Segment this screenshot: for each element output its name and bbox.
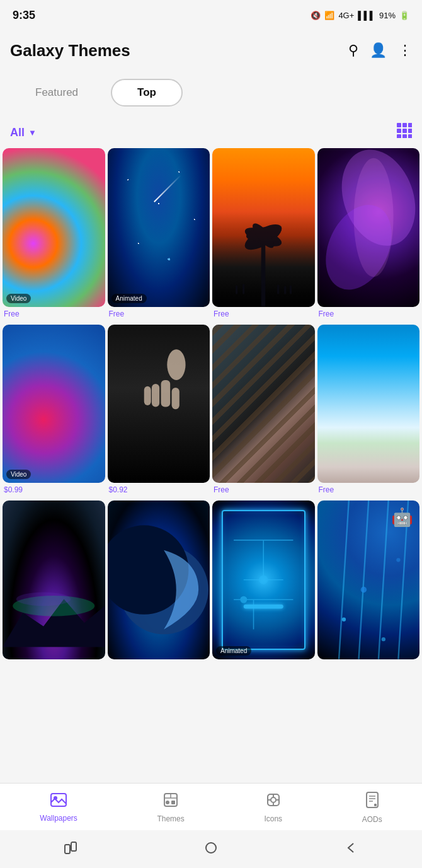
svg-rect-61 [374,804,377,806]
theme-price-2: Free [108,307,126,322]
theme-thumb-6[interactable] [108,325,210,483]
theme-item-3[interactable]: Free [212,148,315,322]
theme-thumb-11[interactable]: Animated [212,501,315,659]
theme-price-9 [3,659,5,666]
svg-line-42 [339,501,349,659]
grid-view-icon[interactable] [397,123,412,142]
network-icon: 4G+ [338,11,354,20]
recent-apps-button[interactable] [64,841,77,858]
signal-bars-icon: ▌▌▌ [358,11,375,20]
svg-rect-17 [284,287,286,294]
svg-rect-63 [71,842,76,851]
theme-item-6[interactable]: $0.92 [108,325,210,499]
svg-rect-6 [397,134,401,138]
svg-rect-15 [242,284,244,294]
theme-item-9[interactable] [3,501,105,666]
theme-item-10[interactable] [108,501,210,666]
back-button[interactable] [345,841,358,858]
bottom-nav: Wallpapers Themes Icons [0,783,422,830]
svg-rect-8 [408,134,412,138]
status-time: 9:35 [13,9,35,22]
home-button[interactable] [204,841,218,858]
svg-point-56 [271,797,276,802]
theme-thumb-5[interactable]: Video [3,325,105,483]
nav-icons[interactable]: Icons [264,792,282,823]
theme-item-11[interactable]: Animated [212,501,315,666]
theme-item-5[interactable]: Video $0.99 [3,325,105,499]
theme-thumb-9[interactable] [3,501,105,659]
tab-top[interactable]: Top [111,79,183,107]
svg-rect-4 [402,129,407,133]
theme-thumb-3[interactable] [212,148,315,307]
more-options-icon[interactable]: ⋮ [398,42,412,59]
system-nav [0,830,422,868]
theme-thumb-1[interactable]: Video [3,148,105,307]
svg-point-30 [16,593,71,606]
svg-rect-64 [206,843,216,853]
nav-wallpapers[interactable]: Wallpapers [40,792,77,823]
theme-thumb-4[interactable] [317,148,420,307]
theme-price-11 [212,659,215,666]
tab-featured[interactable]: Featured [10,80,103,105]
theme-price-12 [317,659,320,666]
tab-bar: Featured Top [0,72,422,119]
header-actions: ⚲ 👤 ⋮ [348,42,412,59]
svg-rect-24 [152,384,159,407]
svg-point-39 [241,597,246,603]
svg-line-43 [358,501,368,659]
theme-price-6: $0.92 [108,483,129,498]
nav-aods[interactable]: AODs [362,791,382,824]
theme-item-2[interactable]: Animated Free [108,148,210,322]
svg-rect-14 [236,286,237,294]
nav-themes[interactable]: Themes [157,792,184,823]
svg-rect-7 [402,134,407,138]
theme-price-8: Free [317,483,336,498]
svg-rect-1 [402,123,407,127]
svg-point-48 [381,637,385,641]
theme-thumb-10[interactable] [108,501,210,659]
search-icon[interactable]: ⚲ [348,42,358,59]
theme-thumb-7[interactable] [212,325,315,483]
filter-dropdown-icon: ▼ [28,128,37,137]
themes-grid: Video Free Animated Free [0,148,422,666]
svg-rect-23 [161,380,171,407]
filter-all-button[interactable]: All ▼ [10,126,37,139]
theme-item-1[interactable]: Video Free [3,148,105,322]
svg-point-47 [360,587,366,593]
svg-rect-0 [397,123,401,127]
mountain-silhouette [3,580,105,659]
profile-icon[interactable]: 👤 [370,42,387,59]
svg-rect-18 [290,286,292,294]
robot-icon: 🤖 [391,507,413,528]
wifi-icon: 📶 [324,11,334,20]
theme-item-12[interactable]: 🤖 [317,501,420,666]
theme-item-8[interactable]: Free [317,325,420,499]
icons-icon [265,792,282,812]
svg-point-38 [259,576,268,584]
theme-thumb-12[interactable]: 🤖 [317,501,420,659]
theme-item-4[interactable]: Free [317,148,420,322]
theme-badge-5: Video [6,470,31,479]
theme-price-7: Free [212,483,231,498]
hand-gesture [138,340,200,420]
svg-point-53 [166,801,169,804]
svg-rect-62 [65,845,70,854]
wallpapers-label: Wallpapers [40,814,77,823]
filter-all-label: All [10,126,25,139]
theme-badge-11: Animated [216,646,251,656]
themes-icon [163,792,179,812]
theme-price-5: $0.99 [3,483,24,498]
app-header: Galaxy Themes ⚲ 👤 ⋮ [0,28,422,72]
theme-thumb-8[interactable] [317,325,420,483]
battery-percent: 91% [379,11,396,20]
theme-price-3: Free [212,307,231,322]
svg-rect-3 [397,129,401,133]
theme-thumb-2[interactable]: Animated [108,148,210,307]
svg-rect-54 [171,801,175,804]
icons-label: Icons [264,814,282,823]
theme-badge-2: Animated [111,294,147,303]
stars-overlay [108,148,210,307]
theme-item-7[interactable]: Free [212,325,315,499]
theme-price-10 [108,659,110,666]
app-title: Galaxy Themes [10,41,348,61]
